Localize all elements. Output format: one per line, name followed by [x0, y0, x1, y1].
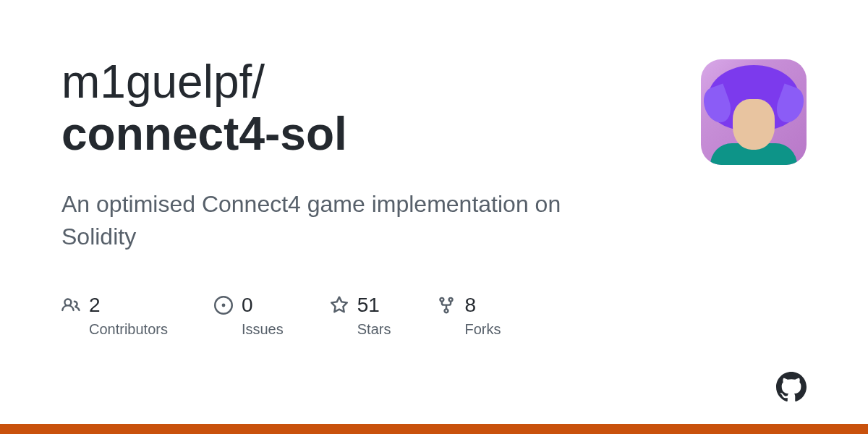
- people-icon: [61, 296, 80, 315]
- language-bar: [0, 424, 868, 434]
- stat-forks[interactable]: 8 Forks: [437, 294, 501, 338]
- repo-title-section: m1guelpf/ connect4-sol: [61, 56, 701, 160]
- stat-issues[interactable]: 0 Issues: [214, 294, 284, 338]
- github-logo-icon[interactable]: [776, 372, 807, 402]
- issue-icon: [214, 296, 233, 315]
- stat-stars[interactable]: 51 Stars: [330, 294, 391, 338]
- stat-contributors[interactable]: 2 Contributors: [61, 294, 168, 338]
- forks-label: Forks: [464, 321, 501, 338]
- fork-icon: [437, 296, 456, 315]
- stars-label: Stars: [357, 321, 391, 338]
- avatar[interactable]: [701, 59, 807, 165]
- star-icon: [330, 296, 349, 315]
- contributors-label: Contributors: [89, 321, 168, 338]
- stars-count: 51: [357, 294, 380, 317]
- repo-owner[interactable]: m1guelpf/: [61, 56, 701, 107]
- issues-label: Issues: [242, 321, 284, 338]
- repo-description: An optimised Connect4 game implementatio…: [61, 188, 611, 253]
- forks-count: 8: [464, 294, 476, 317]
- contributors-count: 2: [89, 294, 101, 317]
- stats-row: 2 Contributors 0 Issues 51 Stars: [61, 294, 807, 338]
- repo-name[interactable]: connect4-sol: [61, 109, 701, 159]
- issues-count: 0: [242, 294, 253, 317]
